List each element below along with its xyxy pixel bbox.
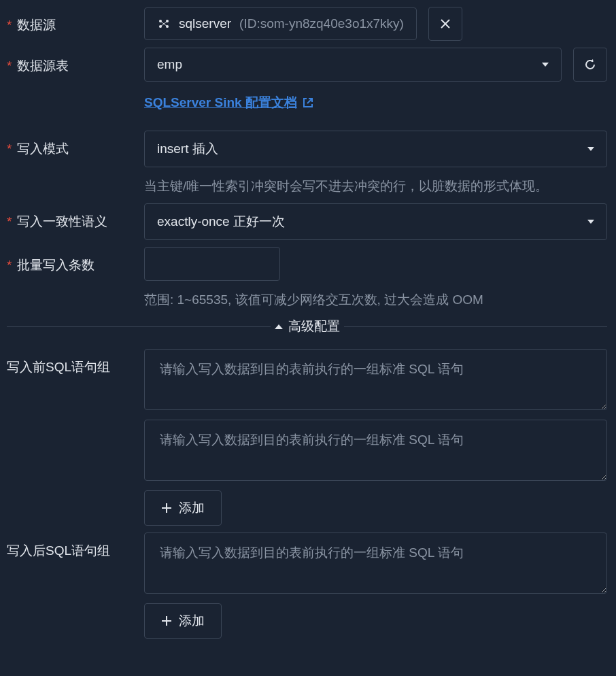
consistency-select[interactable]: exactly-once 正好一次 <box>144 203 607 240</box>
chevron-down-icon <box>587 147 594 151</box>
external-link-icon <box>303 97 313 108</box>
batch-count-row: 批量写入条数 范围: 1~65535, 该值可减少网络交互次数, 过大会造成 O… <box>7 247 607 310</box>
consistency-row: 写入一致性语义 exactly-once 正好一次 <box>7 203 607 240</box>
datasource-value-tag[interactable]: sqlserver (ID:som-yn8zq40e3o1x7kky) <box>144 7 417 40</box>
close-icon <box>440 18 451 29</box>
datasource-id: (ID:som-yn8zq40e3o1x7kky) <box>239 16 404 31</box>
pre-sql-textarea-2[interactable] <box>144 420 607 481</box>
table-row: 数据源表 emp SQLServer Sink 配置文档 <box>7 48 607 124</box>
datasource-name: sqlserver <box>179 16 231 31</box>
write-mode-label: 写入模式 <box>7 131 144 158</box>
consistency-label: 写入一致性语义 <box>7 203 144 231</box>
pre-sql-row: 写入前SQL语句组 添加 <box>7 349 607 526</box>
plus-icon <box>161 503 172 513</box>
post-sql-add-button[interactable]: 添加 <box>144 603 222 639</box>
refresh-icon <box>583 58 597 71</box>
advanced-toggle[interactable]: 高级配置 <box>271 318 344 335</box>
table-label: 数据源表 <box>7 48 144 75</box>
write-mode-select[interactable]: insert 插入 <box>144 131 607 167</box>
advanced-divider: 高级配置 <box>7 318 607 335</box>
batch-count-input[interactable] <box>144 247 280 281</box>
post-sql-label: 写入后SQL语句组 <box>7 533 144 560</box>
post-sql-row: 写入后SQL语句组 添加 <box>7 533 607 639</box>
write-mode-value: insert 插入 <box>157 140 218 158</box>
write-mode-help: 当主键/唯一性索引冲突时会写不进去冲突的行，以脏数据的形式体现。 <box>144 177 607 197</box>
table-select[interactable]: emp <box>144 48 562 82</box>
node-icon <box>157 17 171 31</box>
write-mode-row: 写入模式 insert 插入 当主键/唯一性索引冲突时会写不进去冲突的行，以脏数… <box>7 131 607 197</box>
chevron-up-icon <box>275 324 283 329</box>
doc-link[interactable]: SQLServer Sink 配置文档 <box>144 94 607 112</box>
clear-datasource-button[interactable] <box>428 7 462 41</box>
pre-sql-textarea-1[interactable] <box>144 349 607 410</box>
refresh-button[interactable] <box>573 48 607 82</box>
svg-line-8 <box>307 99 312 103</box>
plus-icon <box>161 615 172 626</box>
chevron-down-icon <box>542 63 549 67</box>
consistency-value: exactly-once 正好一次 <box>157 213 285 231</box>
datasource-label: 数据源 <box>7 7 144 34</box>
chevron-down-icon <box>587 220 594 224</box>
datasource-row: 数据源 sqlserver (ID:som-yn8zq40e3o1x7kky) <box>7 7 607 41</box>
batch-count-label: 批量写入条数 <box>7 247 144 274</box>
pre-sql-label: 写入前SQL语句组 <box>7 349 144 376</box>
post-sql-textarea-1[interactable] <box>144 533 607 594</box>
batch-count-help: 范围: 1~65535, 该值可减少网络交互次数, 过大会造成 OOM <box>144 290 607 310</box>
table-value: emp <box>157 57 182 72</box>
pre-sql-add-button[interactable]: 添加 <box>144 490 222 526</box>
